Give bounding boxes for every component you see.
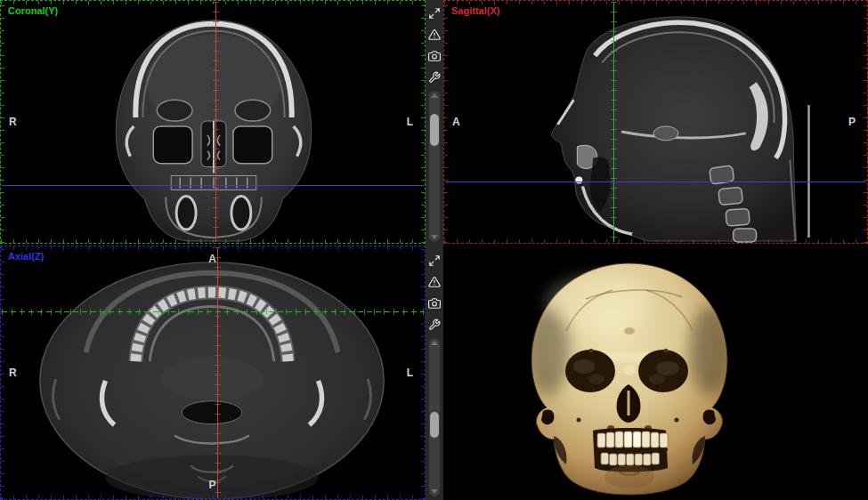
pane-3d-volume[interactable]	[443, 246, 868, 500]
orientation-label-a: A	[452, 116, 460, 128]
scroll-down-icon[interactable]	[431, 235, 438, 239]
orientation-label-l: L	[407, 116, 413, 128]
orientation-label-l: L	[407, 367, 413, 379]
pane-axial[interactable]: Axial(Z) A R L P	[0, 246, 426, 500]
warning-icon[interactable]	[426, 28, 442, 42]
sagittal-crosshair-vertical[interactable]	[613, 2, 614, 242]
orientation-label-r: R	[9, 116, 17, 128]
scroll-down-icon[interactable]	[431, 489, 438, 494]
orientation-label-p: P	[848, 116, 856, 128]
coronal-toolbar	[426, 6, 443, 85]
wrench-icon[interactable]	[426, 318, 442, 332]
expand-icon[interactable]	[426, 6, 442, 20]
pane-sagittal[interactable]: Sagittal(X) A P	[443, 0, 868, 244]
skull-3d-render	[443, 246, 868, 500]
axial-ct-slice	[1, 246, 425, 499]
scrollbar-thumb[interactable]	[430, 412, 439, 438]
sagittal-ct-slice	[444, 1, 867, 243]
scroll-up-icon[interactable]	[431, 341, 438, 345]
orientation-label-a: A	[208, 253, 216, 265]
pane-label-coronal: Coronal(Y)	[8, 5, 58, 16]
expand-icon[interactable]	[426, 254, 442, 268]
camera-icon[interactable]	[426, 49, 442, 63]
coronal-crosshair-horizontal[interactable]	[2, 185, 424, 186]
center-divider	[426, 0, 443, 500]
scroll-up-icon[interactable]	[431, 93, 438, 98]
pane-label-sagittal: Sagittal(X)	[451, 5, 499, 16]
axial-crosshair-horizontal[interactable]	[2, 311, 424, 312]
coronal-crosshair-vertical[interactable]	[215, 2, 216, 242]
mpr-viewport: Coronal(Y) R L	[0, 0, 868, 500]
orientation-label-r: R	[9, 367, 17, 379]
axial-toolbar	[426, 254, 443, 332]
orientation-label-p: P	[209, 479, 216, 491]
pane-label-axial: Axial(Z)	[8, 251, 44, 262]
axial-crosshair-vertical[interactable]	[217, 247, 218, 498]
sagittal-crosshair-horizontal[interactable]	[445, 181, 866, 182]
wrench-icon[interactable]	[426, 70, 442, 85]
camera-icon[interactable]	[426, 296, 442, 310]
warning-icon[interactable]	[426, 275, 442, 289]
scrollbar-thumb[interactable]	[430, 114, 439, 146]
axial-slice-scrollbar[interactable]	[429, 338, 440, 496]
coronal-slice-scrollbar[interactable]	[429, 91, 440, 242]
pane-coronal[interactable]: Coronal(Y) R L	[0, 0, 426, 244]
